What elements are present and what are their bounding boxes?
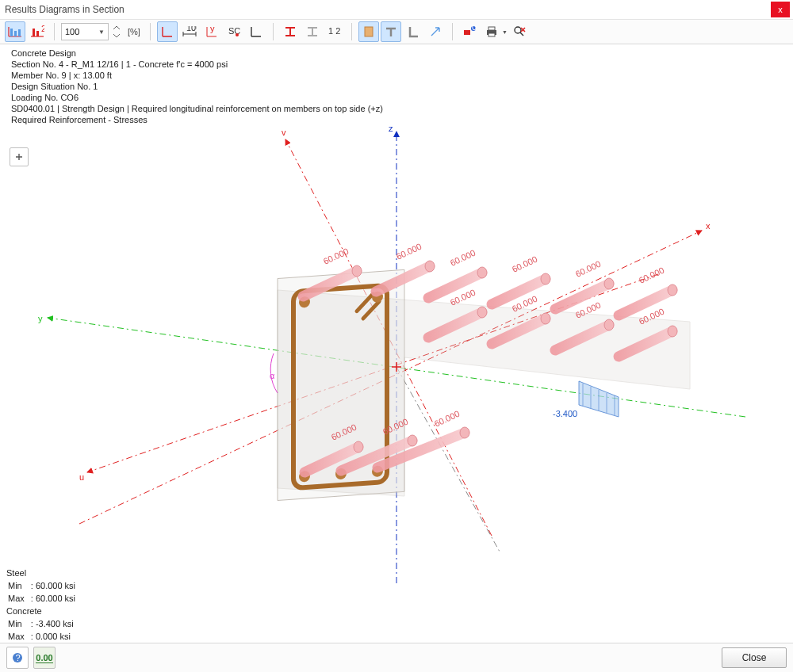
legend-block: Steel Min: 60.000 ksi Max: 60.000 ksi Co…: [6, 567, 82, 643]
help-button[interactable]: ?: [6, 647, 29, 669]
legend-value: : 0.000 ksi: [31, 631, 79, 642]
toolbar-separator: [351, 23, 352, 40]
close-button[interactable]: Close: [722, 647, 787, 668]
svg-rect-0: [10, 29, 13, 36]
svg-point-42: [477, 267, 487, 278]
i-section-red-button[interactable]: [280, 21, 301, 42]
diagram-toggle-1-button[interactable]: [5, 21, 25, 42]
svg-rect-11: [365, 27, 373, 36]
svg-point-9: [236, 33, 239, 36]
zoom-dropdown[interactable]: 100 ▼: [61, 23, 109, 40]
svg-point-49: [668, 326, 677, 337]
svg-text:y: y: [38, 314, 43, 323]
svg-text:2: 2: [41, 25, 44, 33]
svg-point-52: [460, 427, 469, 438]
svg-text:u: u: [79, 472, 84, 482]
svg-text:x: x: [706, 221, 711, 231]
results-member-button[interactable]: 0: [459, 21, 480, 42]
section-corner-button[interactable]: [246, 21, 266, 42]
svg-point-44: [604, 278, 614, 289]
svg-text:60.000: 60.000: [322, 246, 351, 266]
dimension-button[interactable]: 100: [179, 21, 200, 42]
t-section-button[interactable]: [381, 21, 401, 42]
svg-rect-1: [14, 31, 17, 36]
search-delete-button[interactable]: [509, 21, 530, 42]
svg-point-41: [425, 261, 435, 272]
local-axes-button[interactable]: y: [201, 21, 222, 42]
zoom-value: 100: [65, 27, 79, 36]
diagram-toggle-2-button[interactable]: 2: [27, 21, 48, 42]
main-toolbar: 2 100 ▼ [%] 100 y SC 1 2 3 0 ▼: [0, 20, 793, 44]
svg-text:v: v: [282, 128, 286, 137]
svg-text:60.000: 60.000: [511, 254, 539, 274]
stress-points-button[interactable]: SC: [224, 21, 244, 42]
svg-text:1 2 3: 1 2 3: [328, 26, 342, 36]
svg-text:α: α: [270, 371, 275, 380]
zoom-stepper[interactable]: [110, 21, 123, 42]
footer-bar: ? 0.00 Close: [0, 643, 793, 672]
svg-point-48: [604, 319, 614, 330]
view-xyz-button[interactable]: [157, 21, 178, 42]
svg-rect-17: [488, 33, 495, 36]
toolbar-separator: [273, 23, 274, 40]
toolbar-separator: [452, 23, 453, 40]
legend-value: : 60.000 ksi: [31, 580, 80, 591]
svg-point-51: [408, 435, 417, 446]
legend-label: Min: [8, 580, 29, 591]
svg-rect-12: [464, 30, 470, 35]
legend-value: : 60.000 ksi: [31, 593, 80, 604]
svg-point-45: [668, 284, 677, 296]
expand-toggle[interactable]: [10, 147, 29, 166]
svg-point-46: [477, 307, 487, 318]
legend-value: : -3.400 ksi: [31, 618, 79, 629]
svg-text:-3.400: -3.400: [553, 409, 577, 418]
toolbar-separator: [54, 23, 55, 40]
svg-text:?: ?: [16, 653, 21, 662]
svg-point-47: [541, 313, 550, 324]
values-button[interactable]: 1 2 3: [324, 21, 345, 42]
svg-rect-3: [33, 29, 35, 36]
svg-rect-16: [488, 27, 495, 30]
window-title: Results Diagrams in Section: [3, 4, 771, 15]
l-section-button[interactable]: [403, 21, 423, 42]
print-button[interactable]: [481, 21, 502, 42]
legend-label: Max: [8, 593, 29, 604]
legend-steel-header: Steel: [6, 567, 82, 578]
svg-point-43: [541, 273, 550, 284]
svg-text:100: 100: [186, 26, 197, 32]
svg-point-40: [352, 265, 362, 277]
title-bar: Results Diagrams in Section x: [0, 0, 793, 20]
chevron-down-icon: ▼: [98, 29, 105, 36]
legend-concrete-header: Concrete: [6, 605, 82, 617]
svg-text:0: 0: [472, 25, 477, 32]
concrete-stress-wedge: [579, 381, 619, 417]
legend-label: Max: [8, 631, 29, 642]
decimals-button[interactable]: 0.00: [33, 647, 56, 669]
svg-text:60.000: 60.000: [638, 265, 666, 285]
svg-text:z: z: [389, 124, 393, 133]
print-dropdown-icon[interactable]: ▼: [502, 29, 508, 35]
legend-label: Min: [8, 618, 29, 629]
svg-text:60.000: 60.000: [574, 259, 603, 279]
slab-surface: [278, 290, 690, 496]
toolbar-separator: [150, 23, 151, 40]
zoom-unit: [%]: [128, 27, 140, 36]
i-section-gray-button[interactable]: [302, 21, 323, 42]
svg-point-18: [515, 27, 521, 33]
diagram-canvas[interactable]: z y x u v α: [0, 44, 793, 583]
svg-text:60.000: 60.000: [449, 248, 477, 268]
svg-rect-2: [18, 29, 21, 36]
fill-section-button[interactable]: [358, 21, 379, 42]
svg-point-50: [354, 441, 363, 452]
svg-text:y: y: [210, 25, 215, 33]
svg-text:60.000: 60.000: [433, 409, 462, 429]
svg-rect-4: [36, 31, 39, 36]
svg-text:60.000: 60.000: [395, 242, 423, 262]
axis-dir-button[interactable]: [425, 21, 446, 42]
window-close-button[interactable]: x: [771, 2, 790, 17]
